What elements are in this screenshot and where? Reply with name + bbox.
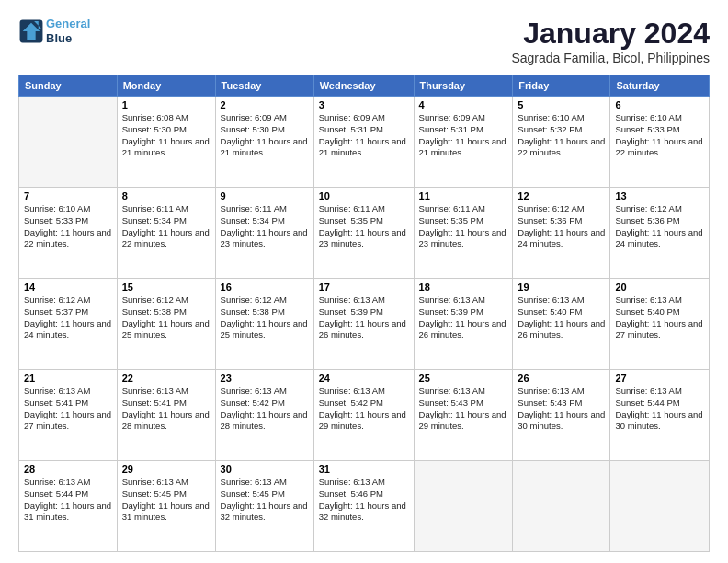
calendar-cell: [414, 461, 513, 552]
cell-text: Sunrise: 6:13 AMSunset: 5:40 PMDaylight:…: [518, 294, 605, 341]
day-number: 31: [319, 464, 409, 475]
day-header-sunday: Sunday: [19, 75, 118, 97]
cell-text: Sunrise: 6:10 AMSunset: 5:33 PMDaylight:…: [24, 203, 112, 250]
day-header-tuesday: Tuesday: [215, 75, 313, 97]
calendar-cell: 19Sunrise: 6:13 AMSunset: 5:40 PMDayligh…: [513, 279, 610, 370]
logo-text: GeneralBlue: [46, 17, 90, 45]
calendar-cell: 21Sunrise: 6:13 AMSunset: 5:41 PMDayligh…: [19, 370, 118, 461]
calendar-cell: 27Sunrise: 6:13 AMSunset: 5:44 PMDayligh…: [610, 370, 710, 461]
subtitle: Sagrada Familia, Bicol, Philippines: [511, 51, 710, 65]
calendar-cell: 17Sunrise: 6:13 AMSunset: 5:39 PMDayligh…: [313, 279, 414, 370]
calendar-cell: [513, 461, 610, 552]
calendar-cell: 6Sunrise: 6:10 AMSunset: 5:33 PMDaylight…: [610, 97, 710, 188]
day-number: 5: [518, 99, 605, 110]
week-row-4: 28Sunrise: 6:13 AMSunset: 5:44 PMDayligh…: [19, 461, 710, 552]
cell-text: Sunrise: 6:13 AMSunset: 5:43 PMDaylight:…: [518, 385, 605, 432]
cell-text: Sunrise: 6:13 AMSunset: 5:40 PMDaylight:…: [615, 294, 704, 341]
calendar-cell: 12Sunrise: 6:12 AMSunset: 5:36 PMDayligh…: [513, 188, 610, 279]
day-number: 25: [419, 373, 508, 384]
day-number: 23: [221, 373, 309, 384]
day-number: 9: [221, 190, 309, 201]
cell-text: Sunrise: 6:10 AMSunset: 5:33 PMDaylight:…: [615, 112, 704, 159]
day-header-saturday: Saturday: [610, 75, 710, 97]
cell-text: Sunrise: 6:13 AMSunset: 5:42 PMDaylight:…: [221, 385, 309, 432]
week-row-0: 1Sunrise: 6:08 AMSunset: 5:30 PMDaylight…: [19, 97, 710, 188]
cell-text: Sunrise: 6:13 AMSunset: 5:46 PMDaylight:…: [319, 477, 409, 523]
calendar-cell: [610, 461, 710, 552]
day-number: 15: [122, 282, 210, 293]
calendar-cell: 26Sunrise: 6:13 AMSunset: 5:43 PMDayligh…: [513, 370, 610, 461]
calendar-cell: 3Sunrise: 6:09 AMSunset: 5:31 PMDaylight…: [313, 97, 414, 188]
calendar-cell: 28Sunrise: 6:13 AMSunset: 5:44 PMDayligh…: [19, 461, 118, 552]
cell-text: Sunrise: 6:12 AMSunset: 5:37 PMDaylight:…: [24, 294, 112, 341]
cell-text: Sunrise: 6:13 AMSunset: 5:42 PMDaylight:…: [319, 385, 409, 432]
day-number: 21: [24, 373, 112, 384]
day-number: 16: [221, 282, 309, 293]
cell-text: Sunrise: 6:12 AMSunset: 5:38 PMDaylight:…: [221, 294, 309, 341]
day-number: 19: [518, 282, 605, 293]
calendar-cell: [19, 97, 118, 188]
calendar-cell: 25Sunrise: 6:13 AMSunset: 5:43 PMDayligh…: [414, 370, 513, 461]
day-number: 24: [319, 373, 409, 384]
calendar-cell: 16Sunrise: 6:12 AMSunset: 5:38 PMDayligh…: [215, 279, 313, 370]
calendar-cell: 31Sunrise: 6:13 AMSunset: 5:46 PMDayligh…: [313, 461, 414, 552]
calendar-cell: 20Sunrise: 6:13 AMSunset: 5:40 PMDayligh…: [610, 279, 710, 370]
calendar-cell: 2Sunrise: 6:09 AMSunset: 5:30 PMDaylight…: [215, 97, 313, 188]
cell-text: Sunrise: 6:13 AMSunset: 5:39 PMDaylight:…: [419, 294, 508, 341]
calendar-cell: 13Sunrise: 6:12 AMSunset: 5:36 PMDayligh…: [610, 188, 710, 279]
day-number: 28: [24, 464, 112, 475]
cell-text: Sunrise: 6:11 AMSunset: 5:35 PMDaylight:…: [419, 203, 508, 250]
cell-text: Sunrise: 6:11 AMSunset: 5:35 PMDaylight:…: [319, 203, 409, 250]
day-number: 13: [615, 190, 704, 201]
cell-text: Sunrise: 6:11 AMSunset: 5:34 PMDaylight:…: [122, 203, 210, 250]
calendar-cell: 7Sunrise: 6:10 AMSunset: 5:33 PMDaylight…: [19, 188, 118, 279]
day-number: 10: [319, 190, 409, 201]
calendar-cell: 22Sunrise: 6:13 AMSunset: 5:41 PMDayligh…: [117, 370, 215, 461]
day-number: 14: [24, 282, 112, 293]
day-number: 3: [319, 99, 409, 110]
calendar-cell: 8Sunrise: 6:11 AMSunset: 5:34 PMDaylight…: [117, 188, 215, 279]
cell-text: Sunrise: 6:09 AMSunset: 5:31 PMDaylight:…: [419, 112, 508, 159]
cell-text: Sunrise: 6:09 AMSunset: 5:31 PMDaylight:…: [319, 112, 409, 159]
header: GeneralBlue January 2024 Sagrada Familia…: [18, 17, 710, 65]
calendar-cell: 29Sunrise: 6:13 AMSunset: 5:45 PMDayligh…: [117, 461, 215, 552]
cell-text: Sunrise: 6:13 AMSunset: 5:43 PMDaylight:…: [419, 385, 508, 432]
day-number: 6: [615, 99, 704, 110]
cell-text: Sunrise: 6:12 AMSunset: 5:36 PMDaylight:…: [615, 203, 704, 250]
week-row-3: 21Sunrise: 6:13 AMSunset: 5:41 PMDayligh…: [19, 370, 710, 461]
day-number: 26: [518, 373, 605, 384]
day-number: 2: [221, 99, 309, 110]
day-number: 11: [419, 190, 508, 201]
calendar-cell: 14Sunrise: 6:12 AMSunset: 5:37 PMDayligh…: [19, 279, 118, 370]
cell-text: Sunrise: 6:08 AMSunset: 5:30 PMDaylight:…: [122, 112, 210, 159]
calendar-cell: 24Sunrise: 6:13 AMSunset: 5:42 PMDayligh…: [313, 370, 414, 461]
logo-icon: [18, 18, 44, 44]
calendar-body: 1Sunrise: 6:08 AMSunset: 5:30 PMDaylight…: [19, 97, 710, 552]
day-number: 4: [419, 99, 508, 110]
cell-text: Sunrise: 6:10 AMSunset: 5:32 PMDaylight:…: [518, 112, 605, 159]
week-row-1: 7Sunrise: 6:10 AMSunset: 5:33 PMDaylight…: [19, 188, 710, 279]
cell-text: Sunrise: 6:13 AMSunset: 5:44 PMDaylight:…: [615, 385, 704, 432]
day-number: 22: [122, 373, 210, 384]
calendar-cell: 18Sunrise: 6:13 AMSunset: 5:39 PMDayligh…: [414, 279, 513, 370]
calendar-cell: 23Sunrise: 6:13 AMSunset: 5:42 PMDayligh…: [215, 370, 313, 461]
day-number: 12: [518, 190, 605, 201]
day-number: 8: [122, 190, 210, 201]
calendar-cell: 15Sunrise: 6:12 AMSunset: 5:38 PMDayligh…: [117, 279, 215, 370]
week-row-2: 14Sunrise: 6:12 AMSunset: 5:37 PMDayligh…: [19, 279, 710, 370]
calendar-cell: 5Sunrise: 6:10 AMSunset: 5:32 PMDaylight…: [513, 97, 610, 188]
calendar-table: SundayMondayTuesdayWednesdayThursdayFrid…: [18, 75, 710, 552]
day-header-monday: Monday: [117, 75, 215, 97]
calendar-cell: 4Sunrise: 6:09 AMSunset: 5:31 PMDaylight…: [414, 97, 513, 188]
calendar-cell: 11Sunrise: 6:11 AMSunset: 5:35 PMDayligh…: [414, 188, 513, 279]
day-header-wednesday: Wednesday: [313, 75, 414, 97]
calendar-cell: 9Sunrise: 6:11 AMSunset: 5:34 PMDaylight…: [215, 188, 313, 279]
cell-text: Sunrise: 6:13 AMSunset: 5:41 PMDaylight:…: [24, 385, 112, 432]
cell-text: Sunrise: 6:13 AMSunset: 5:45 PMDaylight:…: [221, 477, 309, 523]
day-number: 27: [615, 373, 704, 384]
cell-text: Sunrise: 6:11 AMSunset: 5:34 PMDaylight:…: [221, 203, 309, 250]
day-number: 29: [122, 464, 210, 475]
day-number: 20: [615, 282, 704, 293]
day-header-friday: Friday: [513, 75, 610, 97]
day-number: 30: [221, 464, 309, 475]
